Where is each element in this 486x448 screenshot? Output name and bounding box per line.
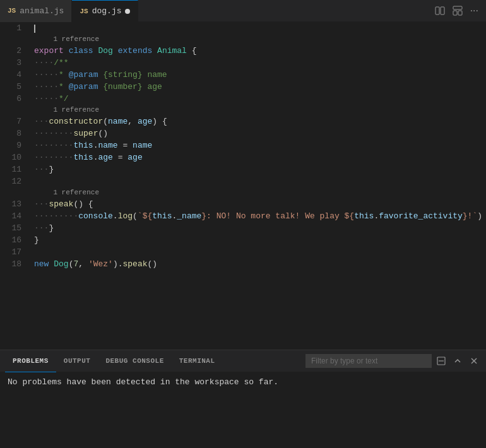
code-line-7: ···constructor(name, age) { bbox=[34, 115, 486, 127]
js-icon: JS bbox=[80, 8, 88, 15]
split-editor-button[interactable] bbox=[432, 3, 447, 18]
code-line-8: ········super() bbox=[34, 127, 486, 139]
maximize-panel-button[interactable] bbox=[434, 355, 448, 367]
code-line-16: } bbox=[34, 234, 486, 246]
tab-bar-actions: ··· bbox=[432, 3, 486, 19]
svg-rect-2 bbox=[453, 6, 462, 9]
code-line-1 bbox=[34, 22, 486, 34]
code-editor[interactable]: 1 reference export class Dog extends Ani… bbox=[32, 22, 486, 350]
panel-filter-area bbox=[305, 354, 481, 368]
editor-area: 1 2 3 4 5 6 7 8 9 10 11 12 13 14 15 16 1… bbox=[0, 22, 486, 350]
tab-bar: JS animal.js JS dog.js ··· bbox=[0, 0, 486, 22]
code-line-10: ········this.age = age bbox=[34, 151, 486, 163]
panel-tab-bar: PROBLEMS OUTPUT DEBUG CONSOLE TERMINAL bbox=[0, 350, 486, 372]
code-line-3: ····/** bbox=[34, 57, 486, 69]
code-line-4: ·····* @param {string} name bbox=[34, 69, 486, 81]
code-line-14: ·········console.log(`${this._name}: NO!… bbox=[34, 210, 486, 222]
code-line-12 bbox=[34, 175, 486, 187]
code-line-5: ·····* @param {number} age bbox=[34, 81, 486, 93]
reference-label-2: 1 reference bbox=[34, 34, 486, 45]
code-line-11: ···} bbox=[34, 163, 486, 175]
code-line-13: ···speak() { bbox=[34, 198, 486, 210]
layout-button[interactable] bbox=[450, 3, 465, 18]
svg-rect-1 bbox=[441, 7, 444, 15]
svg-rect-4 bbox=[458, 11, 462, 15]
bottom-panel: PROBLEMS OUTPUT DEBUG CONSOLE TERMINAL bbox=[0, 350, 486, 448]
reference-label-13: 1 reference bbox=[34, 187, 486, 198]
tab-label-dog: dog.js bbox=[92, 6, 122, 16]
tab-dog-js[interactable]: JS dog.js bbox=[72, 0, 138, 22]
collapse-panel-button[interactable] bbox=[451, 355, 465, 367]
panel-content: No problems have been detected in the wo… bbox=[0, 372, 486, 448]
svg-rect-3 bbox=[453, 11, 457, 15]
tab-problems[interactable]: PROBLEMS bbox=[5, 350, 56, 372]
tab-animal-js[interactable]: JS animal.js bbox=[0, 0, 72, 22]
code-line-2: export class Dog extends Animal { bbox=[34, 45, 486, 57]
code-line-17 bbox=[34, 246, 486, 258]
tab-terminal[interactable]: TERMINAL bbox=[172, 350, 223, 372]
tab-output[interactable]: OUTPUT bbox=[56, 350, 98, 372]
reference-label-7: 1 reference bbox=[34, 105, 486, 115]
line-numbers: 1 2 3 4 5 6 7 8 9 10 11 12 13 14 15 16 1… bbox=[0, 22, 32, 350]
no-problems-message: No problems have been detected in the wo… bbox=[8, 377, 278, 387]
close-panel-button[interactable] bbox=[467, 355, 481, 367]
tab-label-animal: animal.js bbox=[20, 6, 64, 16]
filter-input[interactable] bbox=[305, 354, 432, 368]
code-line-15: ···} bbox=[34, 222, 486, 234]
svg-rect-0 bbox=[436, 7, 439, 15]
code-line-6: ·····*/ bbox=[34, 93, 486, 105]
code-line-9: ········this.name = name bbox=[34, 139, 486, 151]
code-line-18: new Dog(7, 'Wez').speak() bbox=[34, 258, 486, 270]
js-icon: JS bbox=[8, 7, 16, 15]
tab-debug-console[interactable]: DEBUG CONSOLE bbox=[98, 350, 171, 372]
more-actions-button[interactable]: ··· bbox=[468, 3, 481, 19]
modified-indicator bbox=[125, 9, 130, 14]
